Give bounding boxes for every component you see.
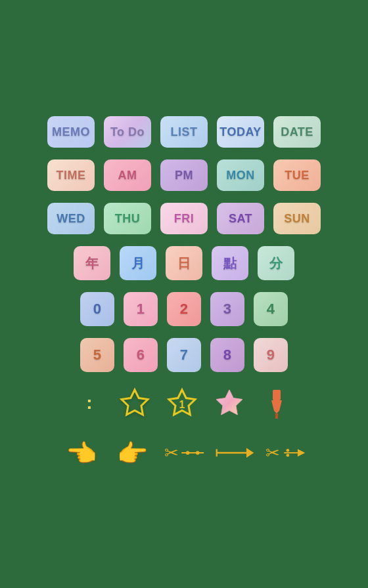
badge-4[interactable]: 4 bbox=[254, 292, 288, 326]
badge-memo[interactable]: MEMO bbox=[47, 116, 95, 148]
badge-day[interactable]: 日 bbox=[166, 246, 202, 280]
badge-point[interactable]: 點 bbox=[212, 246, 248, 280]
badge-time[interactable]: TIME bbox=[47, 159, 95, 191]
badge-mon[interactable]: MON bbox=[217, 159, 264, 191]
row-3: WED THU FRI SAT SUN bbox=[47, 203, 321, 234]
badge-1[interactable]: 1 bbox=[124, 292, 158, 326]
badge-today[interactable]: TODAY bbox=[217, 116, 264, 148]
star-outline-number-icon[interactable]: 1 bbox=[163, 384, 201, 422]
badge-sun[interactable]: SUN bbox=[273, 203, 321, 234]
row-2: TIME AM PM MON TUE bbox=[47, 159, 321, 191]
svg-rect-4 bbox=[273, 390, 281, 400]
badge-9[interactable]: 9 bbox=[254, 338, 288, 372]
badge-am[interactable]: AM bbox=[104, 159, 151, 191]
svg-point-11 bbox=[186, 451, 190, 455]
badge-year[interactable]: 年 bbox=[74, 246, 110, 280]
svg-point-12 bbox=[196, 451, 200, 455]
svg-text:1: 1 bbox=[179, 399, 185, 410]
hand-pointing-left-icon[interactable]: 👈 bbox=[60, 434, 103, 472]
hand-pointing-right-icon[interactable]: 👉 bbox=[112, 434, 154, 472]
row-8-hands: 👈 👉 ✂ bbox=[60, 434, 308, 472]
scissors-line-icon[interactable]: ✂ bbox=[163, 434, 205, 472]
svg-point-20 bbox=[287, 453, 290, 457]
badge-month[interactable]: 月 bbox=[120, 246, 156, 280]
badge-todo[interactable]: To Do bbox=[104, 116, 151, 148]
star-filled-gradient-icon[interactable] bbox=[210, 384, 248, 422]
svg-marker-18 bbox=[298, 449, 305, 456]
row-4-chinese: 年 月 日 點 分 bbox=[74, 246, 294, 280]
svg-marker-14 bbox=[246, 448, 254, 457]
row-6-numbers: 5 6 7 8 9 bbox=[80, 338, 288, 372]
badge-2[interactable]: 2 bbox=[167, 292, 201, 326]
badge-fri[interactable]: FRI bbox=[160, 203, 208, 234]
badge-3[interactable]: 3 bbox=[210, 292, 244, 326]
badge-tue[interactable]: TUE bbox=[273, 159, 321, 191]
badge-8[interactable]: 8 bbox=[210, 338, 244, 372]
badge-0[interactable]: 0 bbox=[80, 292, 114, 326]
badge-wed[interactable]: WED bbox=[47, 203, 95, 234]
svg-marker-0 bbox=[122, 390, 148, 415]
badge-list[interactable]: LIST bbox=[160, 116, 208, 148]
svg-marker-5 bbox=[271, 400, 282, 413]
svg-point-19 bbox=[287, 449, 290, 452]
badge-thu[interactable]: THU bbox=[104, 203, 151, 234]
arrow-fancy-right-icon[interactable]: ✂ bbox=[265, 434, 308, 472]
badge-min[interactable]: 分 bbox=[258, 246, 294, 280]
row-5-numbers: 0 1 2 3 4 bbox=[80, 292, 288, 326]
svg-text:👈: 👈 bbox=[66, 438, 97, 469]
main-grid: MEMO To Do LIST TODAY DATE TIME AM PM MO… bbox=[34, 103, 334, 485]
badge-6[interactable]: 6 bbox=[124, 338, 158, 372]
star-outline-icon[interactable] bbox=[116, 384, 154, 422]
colon-symbol[interactable]: : bbox=[72, 386, 106, 420]
pin-icon[interactable] bbox=[250, 376, 304, 430]
svg-marker-3 bbox=[216, 390, 242, 415]
badge-5[interactable]: 5 bbox=[80, 338, 114, 372]
svg-text:✂: ✂ bbox=[164, 443, 179, 463]
row-1: MEMO To Do LIST TODAY DATE bbox=[47, 116, 321, 148]
badge-date[interactable]: DATE bbox=[273, 116, 321, 148]
svg-text:👉: 👉 bbox=[117, 438, 149, 469]
row-7-symbols: : 1 bbox=[72, 384, 296, 422]
svg-text:✂: ✂ bbox=[265, 443, 280, 463]
badge-sat[interactable]: SAT bbox=[217, 203, 264, 234]
badge-7[interactable]: 7 bbox=[167, 338, 201, 372]
badge-pm[interactable]: PM bbox=[160, 159, 208, 191]
arrow-right-icon[interactable] bbox=[214, 434, 256, 472]
